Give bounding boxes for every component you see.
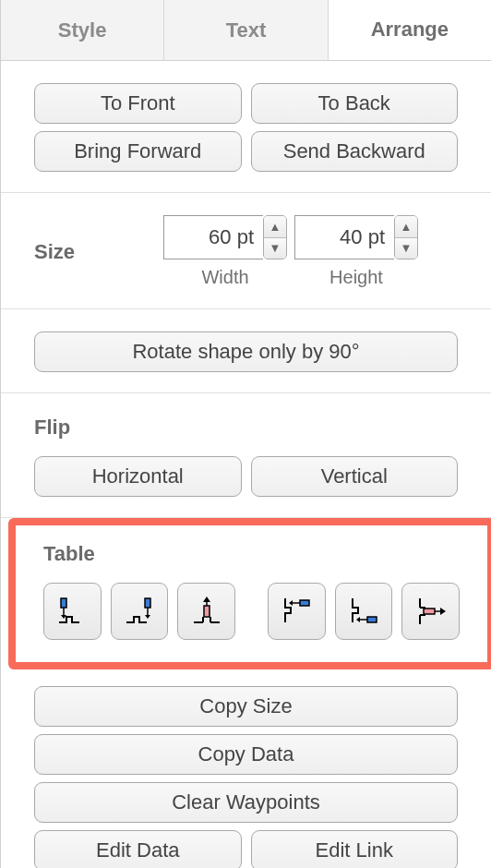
svg-marker-8 — [203, 597, 210, 602]
rotate-90-button[interactable]: Rotate shape only by 90° — [34, 332, 458, 372]
flip-title: Flip — [34, 416, 458, 440]
svg-marker-14 — [356, 617, 360, 622]
delete-column-icon — [190, 595, 223, 628]
height-step-up[interactable]: ▲ — [395, 216, 417, 237]
button-label: Vertical — [321, 464, 388, 488]
insert-row-above-icon — [280, 595, 313, 628]
width-field-group: ▲ ▼ — [163, 215, 287, 259]
button-label: Send Backward — [283, 139, 425, 163]
insert-column-left-button[interactable] — [43, 583, 102, 640]
width-label: Width — [201, 267, 248, 288]
insert-column-left-icon — [55, 595, 89, 628]
delete-column-button[interactable] — [177, 583, 235, 640]
button-label: Copy Data — [198, 742, 294, 766]
svg-marker-17 — [440, 608, 446, 615]
button-label: Horizontal — [92, 464, 184, 488]
svg-rect-15 — [424, 609, 435, 614]
width-step-down[interactable]: ▼ — [264, 237, 286, 259]
table-title: Table — [43, 542, 460, 566]
insert-row-above-button[interactable] — [268, 583, 326, 640]
button-label: Edit Link — [316, 838, 393, 862]
clear-waypoints-button[interactable]: Clear Waypoints — [34, 782, 458, 823]
button-label: Bring Forward — [74, 139, 201, 163]
edit-data-button[interactable]: Edit Data — [34, 830, 242, 868]
svg-rect-0 — [61, 598, 66, 608]
tab-label: Arrange — [371, 18, 449, 42]
width-step-up[interactable]: ▲ — [264, 216, 286, 237]
send-backward-button[interactable]: Send Backward — [251, 131, 459, 172]
width-stepper: ▲ ▼ — [263, 215, 287, 259]
table-section-highlight: Table — [8, 518, 491, 669]
button-label: Clear Waypoints — [172, 790, 320, 814]
chevron-up-icon: ▲ — [401, 221, 413, 233]
chevron-down-icon: ▼ — [269, 242, 281, 254]
chevron-up-icon: ▲ — [269, 221, 281, 233]
insert-row-below-icon — [347, 595, 380, 628]
copy-size-button[interactable]: Copy Size — [34, 686, 458, 727]
tabs: Style Text Arrange — [1, 0, 491, 61]
edit-link-button[interactable]: Edit Link — [251, 830, 459, 868]
svg-rect-6 — [204, 606, 210, 617]
tab-text[interactable]: Text — [164, 0, 328, 60]
tab-label: Text — [226, 18, 267, 42]
flip-vertical-button[interactable]: Vertical — [251, 456, 459, 497]
insert-column-right-button[interactable] — [111, 583, 169, 640]
height-step-down[interactable]: ▼ — [395, 237, 417, 259]
size-section: Size ▲ ▼ Width — [1, 193, 491, 309]
arrange-panel: Style Text Arrange To Front To Back Brin… — [0, 0, 491, 868]
height-field-group: ▲ ▼ — [294, 215, 418, 259]
svg-rect-3 — [145, 598, 150, 608]
tab-arrange[interactable]: Arrange — [329, 0, 491, 60]
width-input[interactable] — [163, 215, 263, 259]
svg-marker-11 — [289, 600, 293, 606]
button-label: Copy Size — [199, 694, 292, 718]
size-title: Size — [34, 240, 145, 264]
flip-horizontal-button[interactable]: Horizontal — [34, 456, 242, 497]
button-label: To Back — [318, 91, 390, 115]
svg-marker-5 — [145, 615, 150, 619]
delete-row-icon — [414, 595, 448, 628]
height-label: Height — [329, 267, 383, 288]
insert-column-right-icon — [123, 595, 156, 628]
button-label: Edit Data — [96, 838, 180, 862]
bring-forward-button[interactable]: Bring Forward — [34, 131, 242, 172]
to-back-button[interactable]: To Back — [251, 83, 459, 124]
tab-label: Style — [58, 18, 107, 42]
button-label: To Front — [101, 91, 175, 115]
to-front-button[interactable]: To Front — [34, 83, 242, 124]
delete-row-button[interactable] — [401, 583, 460, 640]
svg-rect-12 — [367, 617, 377, 622]
zorder-section: To Front To Back Bring Forward Send Back… — [1, 61, 491, 193]
flip-section: Flip Horizontal Vertical — [1, 393, 491, 518]
copy-data-button[interactable]: Copy Data — [34, 734, 458, 775]
rotate-section: Rotate shape only by 90° — [1, 309, 491, 393]
button-label: Rotate shape only by 90° — [132, 340, 359, 364]
insert-row-below-button[interactable] — [335, 583, 393, 640]
height-stepper: ▲ ▼ — [394, 215, 418, 259]
tab-style[interactable]: Style — [1, 0, 164, 60]
chevron-down-icon: ▼ — [401, 242, 413, 254]
actions-section: Copy Size Copy Data Clear Waypoints Edit… — [1, 669, 491, 868]
svg-rect-9 — [300, 600, 309, 606]
spacer — [245, 583, 258, 640]
height-input[interactable] — [294, 215, 394, 259]
